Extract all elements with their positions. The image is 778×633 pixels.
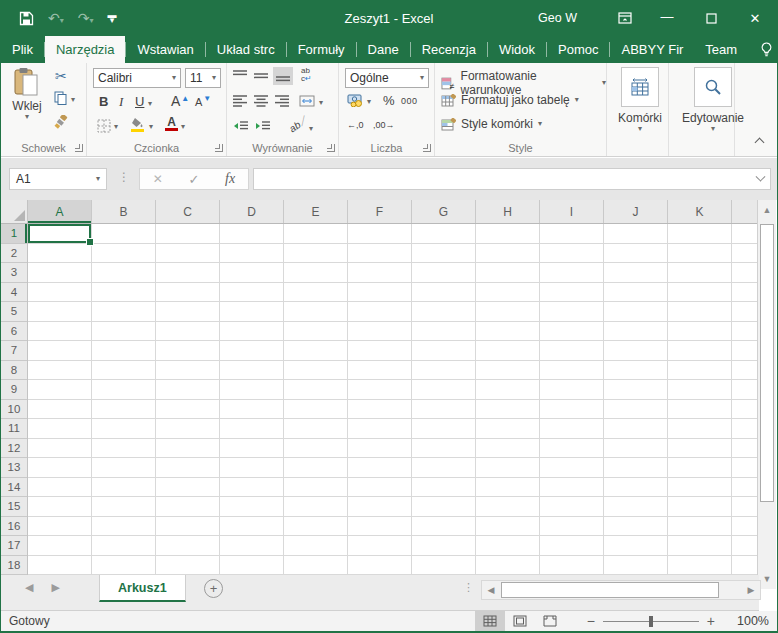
cell-I18[interactable] [540,556,604,576]
cell-H14[interactable] [476,478,540,498]
cell-H12[interactable] [476,439,540,459]
format-painter-icon[interactable] [54,115,68,129]
borders-icon[interactable] [97,119,111,133]
cell-D15[interactable] [220,497,284,517]
cell-D7[interactable] [220,341,284,361]
fill-color-caret-icon[interactable]: ▾ [149,123,153,131]
cell-H11[interactable] [476,419,540,439]
shrink-font-button[interactable]: A▼ [195,96,210,108]
name-box-caret-icon[interactable]: ▾ [96,175,100,183]
alignment-dialog-launcher[interactable] [327,144,335,152]
cell-B13[interactable] [92,458,156,478]
cell-C12[interactable] [156,439,220,459]
cell-K18[interactable] [668,556,732,576]
cell-J4[interactable] [604,283,668,303]
cell-H4[interactable] [476,283,540,303]
cell-C8[interactable] [156,361,220,381]
zoom-slider[interactable] [603,621,699,622]
cell-I17[interactable] [540,536,604,556]
cell-E17[interactable] [284,536,348,556]
row-header-13[interactable]: 13 [1,458,27,478]
cell-E2[interactable] [284,244,348,264]
cell-I9[interactable] [540,380,604,400]
cell-H1[interactable] [476,224,540,244]
font-dialog-launcher[interactable] [215,144,223,152]
tab-team[interactable]: Team [694,36,748,63]
save-icon[interactable] [19,11,34,26]
cell-F7[interactable] [348,341,412,361]
tab-dane[interactable]: Dane [357,36,410,63]
cell-D17[interactable] [220,536,284,556]
cell-D8[interactable] [220,361,284,381]
select-all-button[interactable] [1,200,28,223]
cell-F5[interactable] [348,302,412,322]
cell-partial-10[interactable] [732,400,759,420]
percent-style-button[interactable]: % [383,93,395,108]
cancel-icon[interactable]: ✕ [153,172,163,186]
tab-układ-strc[interactable]: Układ strc [206,36,286,63]
cell-G6[interactable] [412,322,476,342]
row-header-3[interactable]: 3 [1,263,27,283]
cell-B5[interactable] [92,302,156,322]
column-header-J[interactable]: J [604,200,668,223]
cell-G18[interactable] [412,556,476,576]
cell-H8[interactable] [476,361,540,381]
cell-J14[interactable] [604,478,668,498]
cell-I11[interactable] [540,419,604,439]
cell-B2[interactable] [92,244,156,264]
row-header-11[interactable]: 11 [1,419,27,439]
cell-partial-9[interactable] [732,380,759,400]
cell-K14[interactable] [668,478,732,498]
cell-D18[interactable] [220,556,284,576]
cell-D11[interactable] [220,419,284,439]
clipboard-dialog-launcher[interactable] [75,144,83,152]
cell-J1[interactable] [604,224,668,244]
merge-caret-icon[interactable]: ▾ [319,99,323,107]
cell-J15[interactable] [604,497,668,517]
cell-G2[interactable] [412,244,476,264]
cell-partial-17[interactable] [732,536,759,556]
cell-H7[interactable] [476,341,540,361]
cell-G5[interactable] [412,302,476,322]
accounting-caret-icon[interactable]: ▾ [367,98,371,106]
row-header-14[interactable]: 14 [1,478,27,498]
cell-D12[interactable] [220,439,284,459]
cell-A5[interactable] [28,302,92,322]
cell-C14[interactable] [156,478,220,498]
cell-A14[interactable] [28,478,92,498]
cell-B17[interactable] [92,536,156,556]
zoom-level[interactable]: 100% [733,614,769,628]
cell-J18[interactable] [604,556,668,576]
collapse-ribbon-icon[interactable] [755,138,765,148]
row-header-10[interactable]: 10 [1,400,27,420]
cell-F17[interactable] [348,536,412,556]
cell-partial-16[interactable] [732,517,759,537]
cell-F16[interactable] [348,517,412,537]
cell-C15[interactable] [156,497,220,517]
sheet-next-icon[interactable]: ▶ [51,581,59,594]
column-header-K[interactable]: K [668,200,732,223]
cell-I1[interactable] [540,224,604,244]
cell-G14[interactable] [412,478,476,498]
cell-C2[interactable] [156,244,220,264]
cell-H2[interactable] [476,244,540,264]
account-user[interactable]: Geo W [538,11,577,25]
decrease-indent-icon[interactable] [233,121,248,132]
cell-partial-13[interactable] [732,458,759,478]
cell-G8[interactable] [412,361,476,381]
cell-G3[interactable] [412,263,476,283]
cell-B4[interactable] [92,283,156,303]
formula-bar-splitter[interactable]: ⋮ [118,170,130,184]
cell-F10[interactable] [348,400,412,420]
cell-A3[interactable] [28,263,92,283]
cell-partial-15[interactable] [732,497,759,517]
cell-C3[interactable] [156,263,220,283]
cell-B18[interactable] [92,556,156,576]
cell-K16[interactable] [668,517,732,537]
cells-area[interactable] [28,224,759,575]
cell-A8[interactable] [28,361,92,381]
tab-plik[interactable]: Plik [1,36,44,63]
cell-A16[interactable] [28,517,92,537]
tell-me[interactable]: Powiedz i [748,36,778,63]
cell-E5[interactable] [284,302,348,322]
